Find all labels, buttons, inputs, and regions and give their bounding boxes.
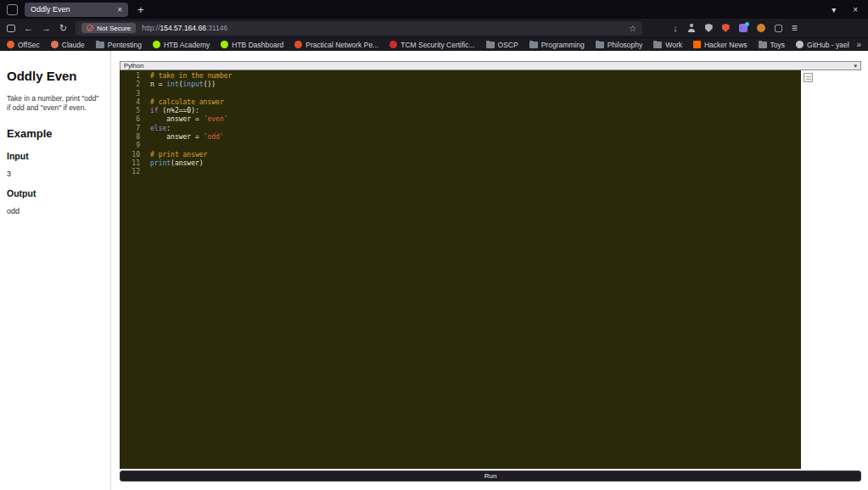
code-line: # calculate answer bbox=[150, 98, 801, 107]
bookmark-item[interactable]: Hacker News bbox=[693, 41, 748, 49]
tab-oddly-even[interactable]: Oddly Even × bbox=[25, 3, 128, 17]
problem-description: Take in a number, print "odd" if odd and… bbox=[7, 94, 104, 113]
shield-icon[interactable] bbox=[705, 24, 713, 32]
extensions-badge bbox=[745, 22, 749, 26]
example-input-value: 3 bbox=[7, 170, 104, 178]
line-number: 8 bbox=[120, 133, 140, 142]
bookmarks-list: OffSecClaudePentestingHTB AcademyHTB Das… bbox=[7, 41, 849, 49]
bookmark-item[interactable]: TCM Security Certific... bbox=[389, 41, 474, 49]
bookmark-item[interactable]: GitHub - yaelwrites/B... bbox=[796, 41, 849, 49]
code-line: else: bbox=[150, 125, 801, 133]
new-tab-button[interactable]: + bbox=[130, 3, 152, 16]
language-selected-value: Python bbox=[124, 62, 143, 70]
bookmark-item[interactable]: Toys bbox=[759, 41, 785, 49]
editor-code[interactable]: # take in the numbern = int(input()) # c… bbox=[145, 70, 801, 469]
line-number: 3 bbox=[120, 90, 140, 98]
bookmark-label: OffSec bbox=[18, 41, 40, 49]
editor-surface[interactable]: 123456789101112 # take in the numbern = … bbox=[120, 70, 861, 469]
bookmark-label: Philosophy bbox=[608, 41, 643, 49]
code-line: answer = 'odd' bbox=[150, 133, 801, 142]
bookmark-item[interactable]: Claude bbox=[51, 41, 85, 49]
extensions-icon[interactable] bbox=[739, 24, 748, 32]
select-chevron-icon: ▾ bbox=[854, 63, 857, 70]
favicon-icon bbox=[796, 41, 804, 48]
folder-icon bbox=[96, 42, 104, 48]
code-line bbox=[150, 90, 801, 98]
problem-sidebar: Oddly Even Take in a number, print "odd"… bbox=[0, 51, 111, 490]
bookmark-star-icon[interactable]: ☆ bbox=[629, 24, 636, 33]
tab-bar: Oddly Even × + ▾ × bbox=[0, 0, 868, 19]
bookmarks-bar: OffSecClaudePentestingHTB AcademyHTB Das… bbox=[0, 37, 868, 51]
code-line: if (n%2==0): bbox=[150, 107, 801, 115]
language-select[interactable]: Python ▾ bbox=[120, 61, 861, 70]
bookmark-label: HTB Dashboard bbox=[232, 41, 283, 49]
download-icon[interactable]: ↓ bbox=[673, 23, 678, 33]
line-number: 6 bbox=[120, 115, 140, 124]
not-secure-icon bbox=[87, 25, 93, 31]
close-window-icon[interactable]: × bbox=[853, 5, 858, 14]
editor-scrollbar[interactable] bbox=[801, 70, 861, 469]
code-line: # print answer bbox=[150, 151, 801, 159]
bookmarks-overflow-icon[interactable]: » bbox=[849, 40, 861, 49]
bookmark-item[interactable]: OffSec bbox=[7, 41, 40, 49]
line-number: 10 bbox=[120, 151, 140, 159]
editor-gutter: 123456789101112 bbox=[120, 70, 145, 469]
url-bar[interactable]: Not Secure http://154.57.164.66:31146 ☆ bbox=[76, 21, 642, 36]
favicon-icon bbox=[693, 41, 701, 48]
bookmark-label: GitHub - yaelwrites/B... bbox=[807, 41, 849, 49]
code-line: # take in the number bbox=[150, 72, 801, 81]
bookmark-item[interactable]: Philosophy bbox=[596, 41, 643, 49]
line-number: 2 bbox=[120, 81, 140, 89]
example-heading: Example bbox=[7, 127, 104, 140]
code-line: print(answer) bbox=[150, 159, 801, 168]
favicon-icon bbox=[221, 41, 228, 48]
bookmark-item[interactable]: Practical Network Pe... bbox=[294, 41, 378, 49]
bookmark-item[interactable]: OSCP bbox=[486, 41, 518, 49]
run-button[interactable]: Run bbox=[120, 471, 861, 482]
not-secure-badge[interactable]: Not Secure bbox=[81, 23, 136, 33]
favicon-icon bbox=[7, 41, 14, 48]
bookmark-item[interactable]: Programming bbox=[529, 41, 585, 49]
url-scheme: http:// bbox=[142, 24, 160, 32]
tab-title: Oddly Even bbox=[31, 5, 70, 14]
url-text: http://154.57.164.66:31146 bbox=[142, 24, 227, 32]
bookmark-label: HTB Academy bbox=[164, 41, 210, 49]
screenshot-tool-icon[interactable] bbox=[775, 25, 782, 32]
page-content: Oddly Even Take in a number, print "odd"… bbox=[0, 51, 868, 490]
input-heading: Input bbox=[7, 151, 104, 161]
line-number: 4 bbox=[120, 98, 140, 107]
problem-title: Oddly Even bbox=[7, 69, 104, 83]
bookmark-item[interactable]: HTB Academy bbox=[153, 41, 210, 49]
favicon-icon bbox=[153, 41, 160, 48]
line-number: 11 bbox=[120, 159, 140, 168]
account-icon[interactable] bbox=[687, 24, 696, 32]
folder-icon bbox=[486, 42, 495, 48]
folder-icon bbox=[653, 42, 662, 48]
bookmark-label: Claude bbox=[62, 41, 85, 49]
bookmark-item[interactable]: Pentesting bbox=[96, 41, 142, 49]
code-editor: Python ▾ 123456789101112 # take in the n… bbox=[120, 61, 861, 482]
close-tab-icon[interactable]: × bbox=[117, 5, 122, 14]
run-label: Run bbox=[484, 472, 497, 480]
folder-icon bbox=[759, 42, 767, 48]
reload-button[interactable]: ↻ bbox=[59, 24, 67, 33]
ublock-icon[interactable] bbox=[722, 24, 730, 32]
url-host: 154.57.164.66 bbox=[160, 24, 206, 32]
window-icon[interactable] bbox=[7, 25, 15, 32]
tab-list-chevron-icon[interactable]: ▾ bbox=[832, 5, 836, 14]
favicon-icon bbox=[389, 41, 397, 48]
forward-button[interactable]: → bbox=[42, 24, 51, 33]
browser-chrome: Oddly Even × + ▾ × ← → ↻ Not Secure http… bbox=[0, 0, 868, 51]
bookmark-label: TCM Security Certific... bbox=[400, 41, 474, 49]
menu-icon[interactable]: ≡ bbox=[792, 22, 798, 34]
code-line: answer = 'even' bbox=[150, 115, 801, 124]
bookmark-label: Hacker News bbox=[704, 41, 748, 49]
bookmark-label: OSCP bbox=[498, 41, 518, 49]
profile-avatar-icon[interactable] bbox=[757, 24, 765, 32]
line-number: 5 bbox=[120, 107, 140, 115]
firefox-view-icon[interactable] bbox=[7, 4, 18, 15]
bookmark-item[interactable]: Work bbox=[653, 41, 682, 49]
back-button[interactable]: ← bbox=[24, 24, 33, 33]
bookmark-item[interactable]: HTB Dashboard bbox=[221, 41, 283, 49]
favicon-icon bbox=[294, 41, 302, 48]
